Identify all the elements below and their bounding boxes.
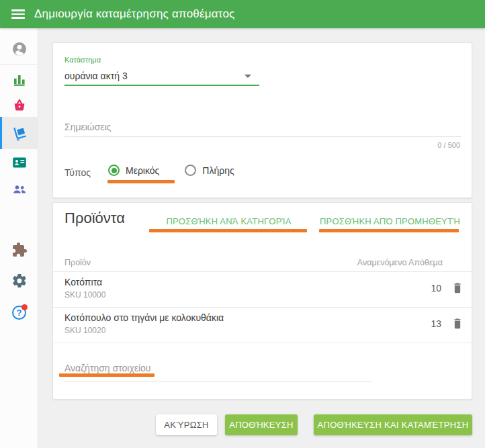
help-icon: ? [12,306,26,320]
product-name: Κοτόπουλο στο τηγάνι με κολοκυθάκια [64,312,224,323]
expected-stock-value: 10 [431,283,441,294]
trash-icon[interactable] [451,281,464,294]
people-icon [11,181,28,197]
radio-full[interactable]: Πλήρης [185,165,234,176]
user-avatar-icon [11,41,28,57]
chevron-down-icon [245,75,251,78]
expected-stock-value: 13 [431,318,441,329]
help-glyph: ? [17,308,22,318]
annotation-underline-search [59,373,155,377]
notes-input[interactable] [64,117,461,137]
app-bar: Δημιουργία καταμέτρησης αποθέματος [0,0,485,28]
type-radio-group: Μερικός Πλήρης [108,165,260,176]
bar-chart-icon [11,71,28,87]
store-field-label: Κατάστημα [64,56,101,64]
column-header-expected-stock: Αναμενόμενο Απόθεμα [357,258,443,267]
row-divider [53,271,473,272]
sidebar-item-reports[interactable] [0,64,38,94]
sidebar-item-integrations[interactable] [0,235,38,265]
annotation-underline-partial [107,180,175,183]
sidebar-item-sales[interactable] [0,91,38,120]
annotation-underline-add-category [149,229,307,232]
sidebar-item-staff[interactable] [0,175,38,204]
type-field-label: Τύπος [64,167,91,178]
save-and-count-button[interactable]: ΑΠΟΘΉΚΕΥΣΗ ΚΑΙ ΚΑΤΑΜΈΤΡΗΣΗ [314,414,472,435]
radio-partial[interactable]: Μερικός [108,165,159,176]
product-name: Κοτόπιτα [64,277,102,287]
inventory-count-create-screen: Δημιουργία καταμέτρησης αποθέματος [0,0,485,448]
add-by-category-button[interactable]: ΠΡΟΣΘΉΚΗ ΑΝΆ ΚΑΤΗΓΟΡΊΑ [150,216,308,226]
add-by-supplier-button[interactable]: ΠΡΟΣΘΉΚΗ ΑΠΌ ΠΡΟΜΗΘΕΥΤΉ [320,216,459,226]
notification-badge [21,304,28,310]
column-header-product: Προϊόν [64,258,91,267]
sidebar-item-account[interactable] [0,34,38,64]
page-title: Δημιουργία καταμέτρησης αποθέματος [34,7,234,21]
hamburger-menu-icon[interactable] [11,9,25,19]
row-divider [53,343,473,343]
products-title: Προϊόντα [64,210,125,227]
notes-char-counter: 0 / 500 [437,141,460,149]
puzzle-icon [11,242,28,258]
trash-icon[interactable] [451,316,464,330]
save-button[interactable]: ΑΠΟΘΉΚΕΥΣΗ [225,414,298,435]
row-divider [53,307,473,308]
sidebar-item-settings[interactable] [0,266,38,296]
radio-full-label: Πλήρης [202,165,234,176]
product-sku: SKU 10020 [64,326,105,335]
sidebar-item-help[interactable]: ? [0,298,38,327]
sidebar-item-contacts[interactable] [0,148,38,177]
radio-unselected-icon [185,165,196,176]
cancel-button[interactable]: ΑΚΎΡΩΣΗ [156,414,217,435]
store-select-value: ουράνια ακτή 3 [64,67,259,85]
radio-partial-label: Μερικός [126,165,159,176]
annotation-underline-add-supplier [319,229,459,232]
contact-card-icon [11,154,28,171]
settings-gear-icon [11,273,28,289]
product-sku: SKU 10000 [64,290,105,300]
count-details-card: Κατάστημα ουράνια ακτή 3 0 / 500 Τύπος Μ… [52,42,472,198]
product-search-input[interactable] [64,355,372,382]
basket-icon [11,97,28,114]
inventory-dolly-icon [11,125,28,141]
sidebar-item-inventory[interactable] [0,118,38,148]
sidebar-nav: ? [0,28,38,448]
radio-selected-icon [108,165,120,176]
store-select-underline [64,85,259,86]
store-select[interactable]: ουράνια ακτή 3 [64,67,259,85]
